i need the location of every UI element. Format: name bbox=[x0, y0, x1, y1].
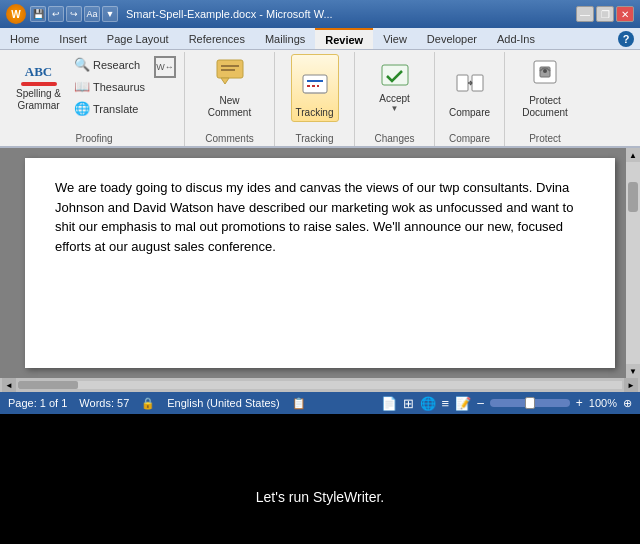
redo-qa-btn[interactable]: ↪ bbox=[66, 6, 82, 22]
restore-button[interactable]: ❐ bbox=[596, 6, 614, 22]
tracking-group-label: Tracking bbox=[296, 133, 334, 144]
menu-bar: Home Insert Page Layout References Maili… bbox=[0, 28, 640, 50]
thesaurus-button[interactable]: 📖 Thesaurus bbox=[69, 76, 150, 97]
window-controls: — ❐ ✕ bbox=[576, 6, 634, 22]
menu-home[interactable]: Home bbox=[0, 28, 49, 49]
new-comment-label: NewComment bbox=[208, 95, 251, 119]
spell-label: Spelling &Grammar bbox=[16, 88, 61, 112]
protect-document-button[interactable]: ProtectDocument bbox=[517, 54, 573, 122]
tracking-button[interactable]: Tracking bbox=[291, 54, 339, 122]
ribbon-group-compare: Compare Compare bbox=[435, 52, 505, 146]
document-text[interactable]: We are toady going to discus my ides and… bbox=[55, 178, 585, 256]
scroll-down-btn[interactable]: ▼ bbox=[626, 364, 640, 378]
zoom-level: 100% bbox=[589, 397, 617, 409]
svg-rect-8 bbox=[382, 65, 408, 85]
view-btn-web[interactable]: 🌐 bbox=[420, 396, 436, 411]
word-count-icon: W↔ bbox=[154, 56, 176, 78]
ribbon-group-tracking: Tracking Tracking bbox=[275, 52, 355, 146]
compare-label: Compare bbox=[449, 107, 490, 119]
window-title: Smart-Spell-Example.docx - Microsoft W..… bbox=[126, 8, 333, 20]
menu-mailings[interactable]: Mailings bbox=[255, 28, 315, 49]
black-panel: Let's run StyleWriter. Demo: StyleWriter… bbox=[0, 414, 640, 544]
spelling-grammar-button[interactable]: ABC Spelling &Grammar bbox=[10, 54, 67, 122]
compare-button[interactable]: Compare bbox=[444, 54, 495, 122]
scroll-up-btn[interactable]: ▲ bbox=[626, 148, 640, 162]
menu-add-ins[interactable]: Add-Ins bbox=[487, 28, 545, 49]
zoom-expand-btn[interactable]: ⊕ bbox=[623, 397, 632, 410]
status-icon2: 📋 bbox=[292, 397, 306, 410]
ribbon-group-comments: NewComment Comments bbox=[185, 52, 275, 146]
accept-dropdown-arrow: ▼ bbox=[391, 104, 399, 113]
language-status: English (United States) bbox=[167, 397, 280, 409]
menu-developer[interactable]: Developer bbox=[417, 28, 487, 49]
compare-content: Compare bbox=[444, 54, 495, 131]
protect-content: ProtectDocument bbox=[517, 54, 573, 131]
zoom-slider-thumb[interactable] bbox=[525, 397, 535, 409]
page-status: Page: 1 of 1 bbox=[8, 397, 67, 409]
zoom-slider[interactable] bbox=[490, 399, 570, 407]
changes-group-label: Changes bbox=[375, 133, 415, 144]
ribbon-help-btn[interactable]: ? bbox=[612, 28, 640, 49]
quick-access-toolbar: 💾 ↩ ↪ Aa ▼ bbox=[30, 6, 118, 22]
help-icon: ? bbox=[618, 31, 634, 47]
view-btn-outline[interactable]: ≡ bbox=[442, 396, 450, 411]
new-comment-button[interactable]: NewComment bbox=[203, 54, 256, 122]
svg-rect-0 bbox=[217, 60, 243, 78]
menu-review[interactable]: Review bbox=[315, 28, 373, 49]
close-button[interactable]: ✕ bbox=[616, 6, 634, 22]
menu-view[interactable]: View bbox=[373, 28, 417, 49]
new-comment-icon bbox=[215, 58, 245, 93]
protect-group-label: Protect bbox=[529, 133, 561, 144]
view-btn-draft[interactable]: 📝 bbox=[455, 396, 471, 411]
undo-qa-btn[interactable]: ↩ bbox=[48, 6, 64, 22]
word-app-icon: W bbox=[6, 4, 26, 24]
minimize-button[interactable]: — bbox=[576, 6, 594, 22]
ribbon-group-changes: Accept ▼ Changes bbox=[355, 52, 435, 146]
stylewriter-message: Let's run StyleWriter. bbox=[256, 489, 384, 505]
scroll-right-btn[interactable]: ► bbox=[624, 378, 638, 392]
accept-icon bbox=[380, 63, 410, 93]
word-count-icon-group: W↔ bbox=[152, 54, 178, 80]
svg-rect-4 bbox=[303, 75, 327, 93]
menu-page-layout[interactable]: Page Layout bbox=[97, 28, 179, 49]
vertical-scrollbar[interactable]: ▲ ▼ bbox=[626, 148, 640, 378]
compare-group-label: Compare bbox=[449, 133, 490, 144]
scroll-thumb[interactable] bbox=[628, 182, 638, 212]
language-icon: 🔒 bbox=[141, 397, 155, 410]
research-button[interactable]: 🔍 Research bbox=[69, 54, 150, 75]
status-bar-right: 📄 ⊞ 🌐 ≡ 📝 – + 100% ⊕ bbox=[381, 396, 632, 411]
proofing-content: ABC Spelling &Grammar 🔍 Research 📖 Thesa… bbox=[10, 54, 178, 131]
compare-icon bbox=[456, 71, 484, 105]
zoom-out-btn[interactable]: – bbox=[477, 396, 484, 410]
research-label: Research bbox=[93, 59, 140, 71]
h-scroll-thumb[interactable] bbox=[18, 381, 78, 389]
tracking-content: Tracking bbox=[291, 54, 339, 131]
accept-button[interactable]: Accept ▼ bbox=[373, 54, 417, 122]
scroll-track bbox=[18, 381, 622, 389]
research-icon: 🔍 bbox=[74, 57, 90, 72]
zoom-in-btn[interactable]: + bbox=[576, 396, 583, 410]
save-qa-btn[interactable]: 💾 bbox=[30, 6, 46, 22]
menu-insert[interactable]: Insert bbox=[49, 28, 97, 49]
svg-point-16 bbox=[543, 69, 547, 73]
scroll-left-btn[interactable]: ◄ bbox=[2, 378, 16, 392]
translate-label: Translate bbox=[93, 103, 138, 115]
tracking-label: Tracking bbox=[296, 107, 334, 119]
dropdown-qa-btn[interactable]: ▼ bbox=[102, 6, 118, 22]
view-btn-full[interactable]: ⊞ bbox=[403, 396, 414, 411]
svg-rect-10 bbox=[472, 75, 483, 91]
svg-marker-1 bbox=[221, 78, 229, 84]
view-btn-print[interactable]: 📄 bbox=[381, 396, 397, 411]
translate-button[interactable]: 🌐 Translate bbox=[69, 98, 150, 119]
changes-content: Accept ▼ bbox=[373, 54, 417, 131]
svg-rect-9 bbox=[457, 75, 468, 91]
document-page[interactable]: We are toady going to discus my ides and… bbox=[25, 158, 615, 368]
format-qa-btn[interactable]: Aa bbox=[84, 6, 100, 22]
comments-group-label: Comments bbox=[205, 133, 253, 144]
thesaurus-icon: 📖 bbox=[74, 79, 90, 94]
thesaurus-label: Thesaurus bbox=[93, 81, 145, 93]
menu-references[interactable]: References bbox=[179, 28, 255, 49]
spell-underline bbox=[21, 82, 57, 86]
comments-content: NewComment bbox=[203, 54, 256, 131]
horizontal-scrollbar[interactable]: ◄ ► bbox=[0, 378, 640, 392]
